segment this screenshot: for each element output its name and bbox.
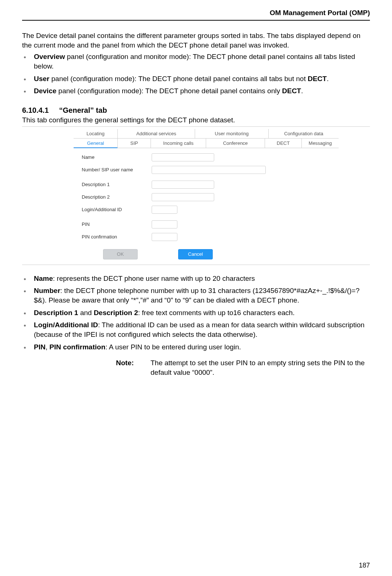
row-desc1: Description 1 — [82, 181, 339, 189]
note-block: Note: The attempt to set the user PIN to… — [116, 358, 370, 377]
label-name: Name — [82, 154, 152, 160]
row-desc2: Description 2 — [82, 193, 339, 201]
row-name: Name — [82, 153, 339, 161]
definition-list: Name: represents the DECT phone user nam… — [22, 274, 370, 352]
header-title: OM Management Portal (OMP) — [270, 9, 370, 17]
input-desc2[interactable] — [152, 193, 214, 201]
intro-block: The Device detail panel contains the dif… — [22, 31, 370, 96]
def-number: Number: the DECT phone telephone number … — [30, 286, 370, 305]
screenshot-panel: Locating Additional services User monito… — [74, 129, 339, 259]
tab-configuration-data[interactable]: Configuration data — [269, 129, 339, 138]
label-number: Number/ SIP user name — [82, 167, 152, 172]
label-desc1: Description 1 — [82, 182, 152, 187]
intro-bullet-user: User panel (configuration mode): The DEC… — [30, 74, 370, 84]
tab-user-monitoring[interactable]: User monitoring — [195, 129, 269, 138]
page-number: 187 — [359, 562, 370, 569]
intro-bullets: Overview panel (configuration and monito… — [22, 52, 370, 96]
input-name[interactable] — [152, 153, 214, 161]
def-name: Name: represents the DECT phone user nam… — [30, 274, 370, 283]
intro-paragraph: The Device detail panel contains the dif… — [22, 31, 370, 50]
button-row: OK Cancel — [103, 249, 339, 259]
section-description: This tab configures the general settings… — [22, 116, 370, 124]
input-desc1[interactable] — [152, 181, 214, 189]
tab-dect[interactable]: DECT — [265, 139, 302, 148]
tab-row-2: General SIP Incoming calls Conference DE… — [74, 139, 339, 148]
input-number[interactable] — [152, 166, 266, 174]
screenshot-figure: Locating Additional services User monito… — [22, 126, 370, 265]
tab-locating[interactable]: Locating — [74, 129, 118, 138]
row-login: Login/Additional ID — [82, 206, 339, 214]
row-number: Number/ SIP user name — [82, 166, 339, 174]
ok-button[interactable]: OK — [103, 249, 138, 259]
def-login: Login/Additional ID: The additional ID c… — [30, 320, 370, 339]
note-text: The attempt to set the user PIN to an em… — [151, 358, 370, 377]
section-title: “General” tab — [59, 106, 107, 114]
tab-sip[interactable]: SIP — [118, 139, 151, 148]
label-pin: PIN — [82, 221, 152, 227]
cancel-button[interactable]: Cancel — [178, 249, 213, 259]
def-pin: PIN, PIN confirmation: A user PIN to be … — [30, 342, 370, 352]
form-area: Name Number/ SIP user name Description 1… — [74, 148, 339, 259]
label-pinconf: PIN confirmation — [82, 234, 152, 240]
row-pin: PIN — [82, 220, 339, 228]
row-pinconf: PIN confirmation — [82, 233, 339, 241]
input-login[interactable] — [152, 206, 177, 214]
page-header: OM Management Portal (OMP) — [22, 9, 370, 21]
section-number: 6.10.4.1 — [22, 106, 57, 115]
tab-additional-services[interactable]: Additional services — [118, 129, 195, 138]
input-pin[interactable] — [152, 220, 177, 228]
def-description: Description 1 and Description 2: free te… — [30, 308, 370, 318]
tab-general[interactable]: General — [74, 139, 118, 148]
intro-bullet-device: Device panel (configuration mode): The D… — [30, 86, 370, 96]
section-heading: 6.10.4.1 “General” tab — [22, 106, 370, 115]
tab-conference[interactable]: Conference — [206, 139, 265, 148]
tab-rows: Locating Additional services User monito… — [74, 129, 339, 148]
intro-bullet-overview: Overview panel (configuration and monito… — [30, 52, 370, 71]
input-pinconf[interactable] — [152, 233, 177, 241]
tab-incoming-calls[interactable]: Incoming calls — [151, 139, 206, 148]
label-desc2: Description 2 — [82, 194, 152, 200]
tab-row-1: Locating Additional services User monito… — [74, 129, 339, 139]
label-login: Login/Additional ID — [82, 207, 152, 212]
note-label: Note: — [116, 358, 151, 377]
tab-messaging[interactable]: Messaging — [302, 139, 339, 148]
